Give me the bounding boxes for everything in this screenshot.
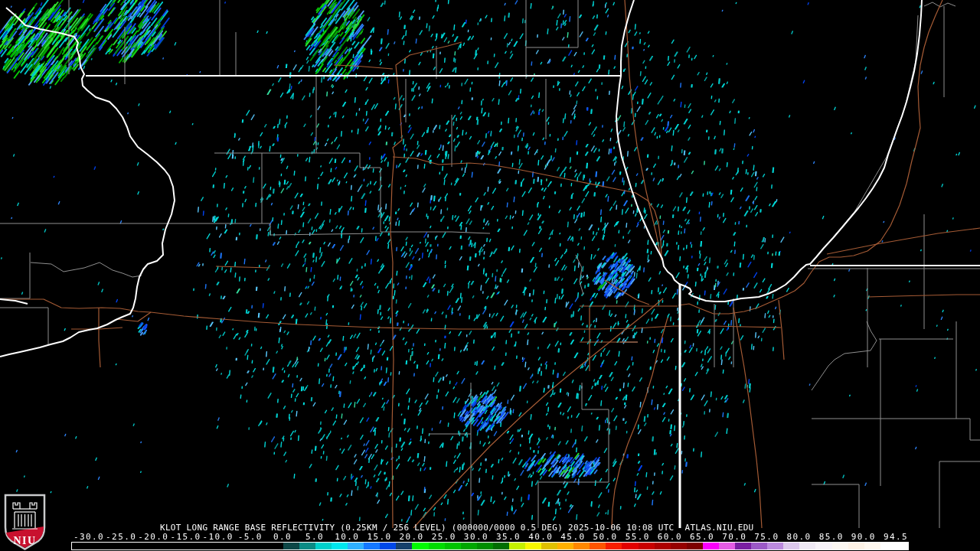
colorbar-tick: 55.0 — [626, 533, 650, 542]
colorbar-tick: 70.0 — [722, 533, 746, 542]
radar-echo-canvas[interactable] — [0, 0, 980, 528]
colorbar-tick: -5.0 — [238, 533, 263, 542]
colorbar-tick: 25.0 — [432, 533, 456, 542]
colorbar-tick: 35.0 — [496, 533, 521, 542]
colorbar-tick: 40.0 — [528, 533, 553, 542]
colorbar-tick: 80.0 — [786, 533, 811, 542]
colorbar-tick: 30.0 — [464, 533, 488, 542]
colorbar-ticks: -30.0-25.0-20.0-15.0-10.0-5.00.05.010.01… — [0, 533, 980, 542]
niu-logo: NIU — [3, 494, 47, 551]
colorbar-tick: 94.5 — [884, 533, 908, 542]
colorbar — [71, 542, 909, 550]
colorbar-tick: 85.0 — [819, 533, 844, 542]
colorbar-tick: 65.0 — [690, 533, 714, 542]
colorbar-tick: -20.0 — [138, 533, 168, 542]
colorbar-tick: 5.0 — [305, 533, 324, 542]
colorbar-tick: 90.0 — [851, 533, 876, 542]
colorbar-tick: -25.0 — [106, 533, 136, 542]
colorbar-tick: 0.0 — [273, 533, 292, 542]
colorbar-tick: 15.0 — [367, 533, 391, 542]
colorbar-tick: -10.0 — [203, 533, 234, 542]
colorbar-tick: 20.0 — [400, 533, 424, 542]
radar-viewer: KLOT LONG RANGE BASE REFLECTIVITY (0.25K… — [0, 0, 980, 551]
colorbar-tick: -30.0 — [74, 533, 104, 542]
colorbar-tick: 45.0 — [560, 533, 585, 542]
colorbar-tick: 60.0 — [658, 533, 682, 542]
colorbar-tick: 50.0 — [593, 533, 618, 542]
niu-wordmark: NIU — [13, 535, 36, 546]
colorbar-tick: -15.0 — [170, 533, 201, 542]
colorbar-tick: 75.0 — [754, 533, 779, 542]
colorbar-gradient — [72, 543, 908, 549]
colorbar-tick: 10.0 — [335, 533, 359, 542]
